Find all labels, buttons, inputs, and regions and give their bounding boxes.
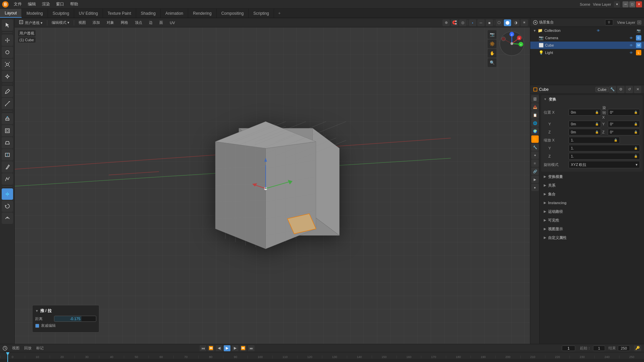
dissolve-checkbox[interactable] [35, 324, 39, 328]
transform-amount-header[interactable]: ▶ 变换模量 [541, 173, 643, 181]
navigation-gizmo[interactable]: X Y Z [498, 30, 525, 57]
global-local-toggle[interactable]: ⊕ [442, 19, 450, 26]
select-tool[interactable] [2, 19, 13, 31]
viewport-3d[interactable]: 用户透视 ▾ 编辑模式 ▾ 视图 添加 对象 网格 顶点 边 面 UV ⊕ 🧲 … [15, 18, 530, 344]
spin-tool[interactable] [2, 200, 13, 212]
uv-menu[interactable]: UV [167, 20, 177, 25]
wireframe-mode[interactable]: ⬡ [495, 19, 503, 26]
material-props-icon[interactable]: ● [531, 184, 539, 191]
rotation-z-field[interactable]: 0° 🔒 [608, 129, 640, 135]
viewport-mode-dropdown[interactable]: 用户透视 ▾ [17, 19, 45, 26]
scale-lock-y-icon[interactable]: 🔒 [634, 146, 638, 150]
distance-field[interactable]: -0.175 [54, 316, 96, 322]
close-props-icon[interactable]: ✕ [634, 86, 641, 93]
maximize-button[interactable]: □ [629, 1, 635, 7]
start-frame-field[interactable]: 1 [593, 346, 605, 351]
view-menu[interactable]: 视图 [76, 19, 88, 26]
data-props-icon[interactable]: ▶ [531, 176, 539, 183]
keyframe-type-menu[interactable]: 🔑 [634, 345, 641, 351]
edit-mode-dropdown[interactable]: 编辑模式 ▾ [49, 19, 72, 26]
scale-lock-x-icon[interactable]: 🔒 [614, 138, 618, 142]
play-button[interactable]: ▶ [224, 345, 230, 351]
edge-menu[interactable]: 边 [147, 19, 155, 26]
render-view-btn[interactable]: 🔆 [488, 40, 496, 48]
camera-view-btn[interactable]: 📷 [488, 30, 496, 39]
timeline-view-menu[interactable]: 视图 [11, 346, 21, 351]
motion-path-header[interactable]: ▶ 运动路径 [541, 207, 643, 216]
outliner-item-camera[interactable]: 📷 Camera 👁 C [530, 34, 644, 42]
vertex-menu[interactable]: 顶点 [132, 19, 145, 26]
current-frame-display[interactable]: 1 [562, 346, 575, 351]
minimize-button[interactable]: ─ [623, 1, 629, 7]
tab-modeling[interactable]: Modeling [22, 9, 48, 18]
next-keyframe-button[interactable]: ▶ [232, 345, 238, 351]
zoom-btn[interactable]: 🔍 [488, 58, 496, 67]
scene-props-icon[interactable]: 🌐 [531, 119, 539, 127]
tab-texture-paint[interactable]: Texture Paint [103, 9, 136, 18]
timeline-markers-menu[interactable]: 标记 [35, 346, 45, 351]
smooth-tool[interactable] [2, 213, 13, 224]
menu-window[interactable]: 窗口 [54, 1, 66, 8]
outliner-filter-button[interactable]: ⚲ [605, 19, 613, 25]
collections-header[interactable]: ▶ 集合 [541, 190, 643, 198]
end-frame-field[interactable]: 250 [618, 346, 630, 351]
inset-tool[interactable] [2, 125, 13, 136]
move-tool[interactable] [2, 35, 13, 46]
rotate-tool[interactable] [2, 47, 13, 58]
prev-keyframe-button[interactable]: ◀ [216, 345, 222, 351]
menu-help[interactable]: 帮助 [68, 1, 80, 8]
bevel-tool[interactable] [2, 137, 13, 148]
active-tool-icon[interactable]: ⚙ [617, 86, 625, 93]
last-op-icon[interactable]: ↺ [626, 86, 633, 93]
custom-props-header[interactable]: ▶ 自定义属性 [541, 234, 643, 242]
instancing-header[interactable]: ▶ Instancing [541, 199, 643, 207]
polyline-tool[interactable] [2, 173, 13, 185]
playhead[interactable] [7, 352, 8, 362]
viewport-display-arrow[interactable]: ▶ [544, 227, 546, 231]
transform-section-header[interactable]: ▼ 变换 [541, 95, 643, 103]
lock-x-icon[interactable]: 🔒 [595, 111, 599, 114]
tab-compositing[interactable]: Compositing [217, 9, 249, 18]
view-layer-props-icon[interactable]: 📋 [531, 111, 539, 119]
lookdev-mode[interactable]: ◑ [512, 19, 520, 26]
physics-props-icon[interactable]: ⚛ [531, 160, 539, 167]
scale-lock-z-icon[interactable]: 🔒 [634, 155, 638, 158]
tab-rendering[interactable]: Rendering [188, 9, 216, 18]
face-select-mode[interactable]: ■ [486, 19, 493, 26]
relations-arrow[interactable]: ▶ [544, 184, 546, 187]
location-y-field[interactable]: 0m 🔒 [569, 121, 601, 127]
annotate-tool[interactable] [2, 86, 13, 97]
object-menu[interactable]: 对象 [104, 19, 116, 26]
op-collapse-arrow[interactable]: ▼ [35, 309, 39, 313]
instancing-arrow[interactable]: ▶ [544, 201, 546, 204]
menu-file[interactable]: 文件 [11, 1, 24, 8]
collection-expand-arrow[interactable]: ▼ [533, 29, 536, 33]
transform-collapse-arrow[interactable]: ▼ [544, 98, 547, 101]
proportional-edit-toggle[interactable]: ◎ [459, 19, 467, 26]
add-workspace-button[interactable]: ＋ [274, 9, 285, 18]
scale-tool[interactable] [2, 59, 13, 70]
light-visibility[interactable]: 👁 [629, 50, 634, 55]
modifier-props-icon[interactable]: 🔧 [531, 143, 539, 151]
jump-start-button[interactable]: ⏮ [200, 345, 206, 351]
measure-tool[interactable] [2, 98, 13, 109]
rotation-mode-dropdown[interactable]: XYZ 欧拉 ▾ [569, 161, 640, 168]
tool-props-icon[interactable]: 🔧 [609, 86, 616, 93]
custom-props-arrow[interactable]: ▶ [544, 236, 546, 239]
outliner-item-collection[interactable]: ▼ 📁 Collection 👁 📷 [530, 27, 644, 34]
world-props-icon[interactable]: 🌍 [531, 127, 539, 135]
motion-path-arrow[interactable]: ▶ [544, 210, 546, 213]
collection-visibility[interactable]: 👁 [596, 28, 601, 33]
rot-lock-x-icon[interactable]: 🔒 [634, 111, 638, 114]
visibility-header[interactable]: ▶ 可见性 [541, 216, 643, 224]
face-menu[interactable]: 面 [157, 19, 165, 26]
tab-animation[interactable]: Animation [161, 9, 188, 18]
push-pull-tool[interactable] [2, 188, 13, 200]
tab-scripting[interactable]: Scripting [249, 9, 274, 18]
scale-z-field[interactable]: 1. 🔒 [569, 153, 640, 160]
object-props-icon[interactable]: 🟧 [531, 135, 539, 143]
viewport-display-header[interactable]: ▶ 视图显示 [541, 225, 643, 233]
menu-render[interactable]: 渲染 [40, 1, 52, 8]
tab-shading[interactable]: Shading [136, 9, 161, 18]
close-button[interactable]: ✕ [636, 1, 642, 7]
